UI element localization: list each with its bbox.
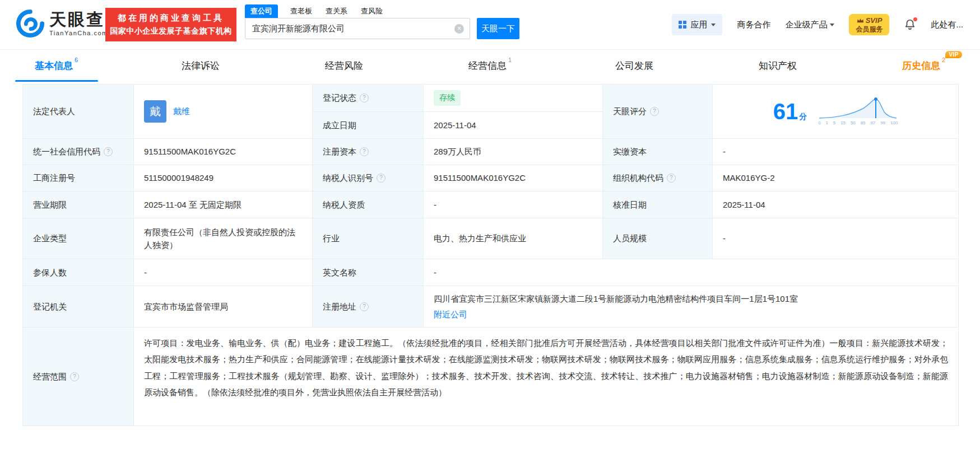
field-label-legal-rep: 法定代表人 <box>23 85 134 139</box>
tianyancha-logo-icon <box>16 9 45 38</box>
score-trend-curve-icon <box>818 96 898 119</box>
svip-label: SVIP <box>866 16 883 25</box>
tab-label: 基本信息 <box>35 59 73 72</box>
field-value-staff-size: - <box>713 218 959 259</box>
field-value-reg-number: 511500001948249 <box>134 165 313 191</box>
brand-name: 天眼查 <box>49 11 108 28</box>
score-axis-ticks: 01 515 5085 9799 100 <box>818 120 898 127</box>
field-value-business-term: 2025-11-04 至 无固定期限 <box>134 191 313 218</box>
search-box <box>245 18 470 39</box>
brand-domain: TianYanCha.com <box>49 30 108 36</box>
field-value-company-type: 有限责任公司（非自然人投资或控股的法人独资） <box>134 218 313 259</box>
tab-company-development[interactable]: 公司发展 <box>615 49 655 82</box>
enterprise-products-label: 企业级产品 <box>785 20 827 30</box>
logo-text: 天眼查 TianYanCha.com <box>49 11 108 36</box>
logo[interactable]: 天眼查 TianYanCha.com <box>16 9 108 38</box>
legal-rep-name-link[interactable]: 戴维 <box>173 105 190 118</box>
help-icon[interactable] <box>360 302 369 311</box>
field-value-reg-authority: 宜宾市市场监督管理局 <box>134 286 313 328</box>
field-label-reg-status: 登记状态 <box>313 85 424 112</box>
score-chart: 01 515 5085 9799 100 <box>818 96 898 127</box>
apps-button[interactable]: 应用 <box>672 14 722 35</box>
tab-label: 公司发展 <box>615 59 653 72</box>
legal-rep-avatar[interactable]: 戴 <box>144 100 166 123</box>
header: 天眼查 TianYanCha.com 都在用的商业查询工具 国家中小企业发展子基… <box>0 0 980 50</box>
score-value: 61 分 <box>773 100 807 123</box>
field-value-paid-capital: - <box>713 139 959 165</box>
tab-operation-info[interactable]: 经营信息 1 <box>468 49 512 82</box>
field-label-tax-id: 纳税人识别号 <box>313 165 424 191</box>
field-value-english-name: - <box>424 259 959 286</box>
business-coop-label: 商务合作 <box>737 20 770 30</box>
field-value-reg-status: 存续 <box>424 85 603 112</box>
basic-info-table: 法定代表人 戴 戴维 登记状态 存续 天眼评分 61 分 <box>22 84 959 426</box>
field-label-company-type: 企业类型 <box>23 218 134 259</box>
field-label-reg-authority: 登记机关 <box>23 286 134 328</box>
field-label-approval-date: 核准日期 <box>603 191 713 218</box>
clear-icon[interactable] <box>454 24 464 34</box>
search-tab-company[interactable]: 查公司 <box>245 4 278 18</box>
search-tabs: 查公司 查老板 查关系 查风险 <box>245 3 519 18</box>
field-label-est-date: 成立日期 <box>313 112 424 139</box>
tab-intellectual-property[interactable]: 知识产权 <box>759 49 798 82</box>
help-icon[interactable] <box>360 147 369 156</box>
field-label-org-code: 组织机构代码 <box>603 165 713 191</box>
help-icon[interactable] <box>104 147 113 156</box>
apps-grid-icon <box>679 21 686 29</box>
search-tab-relation[interactable]: 查关系 <box>324 4 349 18</box>
search-row: 天眼一下 <box>245 18 519 39</box>
enterprise-products-link[interactable]: 企业级产品 <box>785 20 834 30</box>
tab-label: 历史信息 <box>902 59 940 72</box>
field-value-est-date: 2025-11-04 <box>424 112 603 139</box>
slogan-line1: 都在用的商业查询工具 <box>118 13 224 24</box>
help-icon[interactable] <box>667 174 676 183</box>
tab-legal-proceedings[interactable]: 法律诉讼 <box>182 49 221 82</box>
slogan-banner: 都在用的商业查询工具 国家中小企业发展子基金旗下机构 <box>105 8 236 41</box>
field-value-score: 61 分 01 515 5085 9799 100 <box>713 85 959 139</box>
page: 天眼查 TianYanCha.com 都在用的商业查询工具 国家中小企业发展子基… <box>0 0 980 463</box>
field-label-paid-capital: 实缴资本 <box>603 139 713 165</box>
help-icon[interactable] <box>377 174 386 183</box>
field-label-taxpayer-quality: 纳税人资质 <box>313 191 424 218</box>
tab-count: 6 <box>75 57 78 63</box>
user-menu[interactable]: 此处有... <box>931 20 963 30</box>
tab-label: 经营风险 <box>325 59 363 72</box>
address-text: 四川省宜宾市三江新区宋家镇新源大道二段1号新能源动力电池精密结构件项目车间一1层… <box>434 292 798 305</box>
tab-count: 2 <box>942 57 945 63</box>
search-tab-risk[interactable]: 查风险 <box>360 4 384 18</box>
field-label-insured-count: 参保人数 <box>23 259 134 286</box>
business-coop-link[interactable]: 商务合作 <box>737 20 770 30</box>
help-icon[interactable] <box>70 372 79 381</box>
notification-dot <box>913 17 917 21</box>
tab-label: 法律诉讼 <box>182 59 220 72</box>
search-button[interactable]: 天眼一下 <box>477 18 519 39</box>
search-input[interactable] <box>251 24 454 34</box>
tab-count: 1 <box>508 57 512 63</box>
svip-badge[interactable]: SVIP 会员服务 <box>849 14 889 35</box>
field-value-org-code: MAK016YG-2 <box>713 165 959 191</box>
help-icon[interactable] <box>360 93 369 102</box>
field-label-english-name: 英文名称 <box>313 259 424 286</box>
field-value-reg-capital: 289万人民币 <box>424 139 603 165</box>
nearby-companies-link[interactable]: 附近公司 <box>434 308 467 321</box>
field-label-business-scope: 经营范围 <box>23 328 134 426</box>
field-label-reg-number: 工商注册号 <box>23 165 134 191</box>
tab-basic-info[interactable]: 基本信息 6 <box>35 49 78 82</box>
status-badge: 存续 <box>434 90 461 106</box>
chevron-down-icon <box>711 24 716 26</box>
field-value-legal-rep: 戴 戴维 <box>134 85 313 139</box>
notification-bell-icon[interactable] <box>904 18 916 31</box>
vip-tag: VIP <box>945 51 962 58</box>
search-area: 查公司 查老板 查关系 查风险 天眼一下 <box>245 3 519 39</box>
field-label-business-term: 营业期限 <box>23 191 134 218</box>
help-icon[interactable] <box>650 107 659 116</box>
field-label-credit-code: 统一社会信用代码 <box>23 139 134 165</box>
tab-operation-risk[interactable]: 经营风险 <box>325 49 365 82</box>
field-value-approval-date: 2025-11-04 <box>713 191 959 218</box>
tab-history-info[interactable]: VIP 历史信息 2 <box>902 49 945 82</box>
search-tab-boss[interactable]: 查老板 <box>289 4 313 18</box>
field-value-reg-address: 四川省宜宾市三江新区宋家镇新源大道二段1号新能源动力电池精密结构件项目车间一1层… <box>424 286 959 328</box>
field-label-score: 天眼评分 <box>603 85 713 139</box>
field-label-reg-capital: 注册资本 <box>313 139 424 165</box>
field-value-business-scope: 许可项目：发电业务、输电业务、供（配）电业务；建设工程施工。（依法须经批准的项目… <box>134 328 959 426</box>
